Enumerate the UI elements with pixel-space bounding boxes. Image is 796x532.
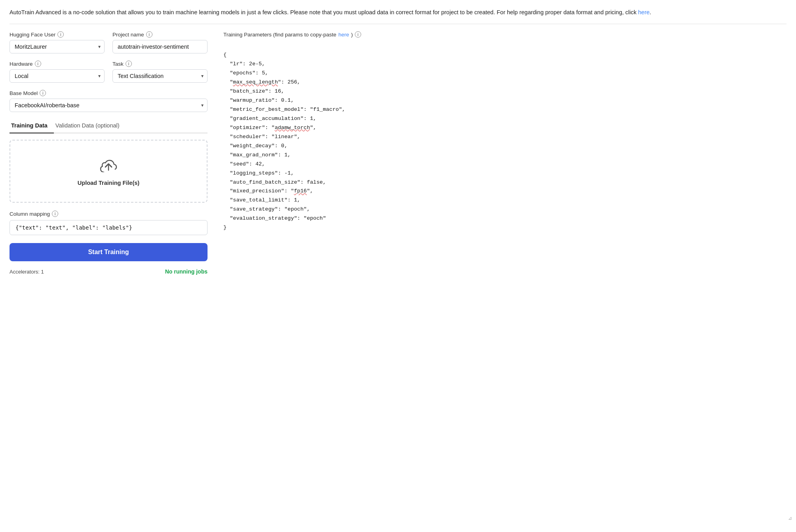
base-model-label: Base Model i [10,90,208,96]
project-name-input[interactable] [112,40,208,53]
hardware-label: Hardware i [10,61,105,67]
params-info-icon: i [355,31,361,38]
hardware-info-icon: i [35,61,41,67]
hf-user-select-wrapper: MoritzLaurer ▾ [10,40,105,53]
task-select[interactable]: Text Classification Token Classification… [112,69,208,83]
upload-icon [99,156,118,176]
upload-label: Upload Training File(s) [78,180,139,186]
hardware-select[interactable]: Local A10G A100 T4 [10,69,105,83]
task-info-icon: i [126,61,132,67]
row-hf-project: Hugging Face User i MoritzLaurer ▾ Proje… [10,31,208,53]
hf-user-field: Hugging Face User i MoritzLaurer ▾ [10,31,105,53]
hf-user-info-icon: i [57,31,64,38]
right-panel: Training Parameters (find params to copy… [223,31,786,275]
row-hardware-task: Hardware i Local A10G A100 T4 ▾ Task i [10,61,208,83]
banner: AutoTrain Advanced is a no-code solution… [10,8,786,24]
task-field: Task i Text Classification Token Classif… [112,61,208,83]
project-name-field: Project name i [112,31,208,53]
column-mapping-label: Column mapping i [10,211,208,217]
left-panel: Hugging Face User i MoritzLaurer ▾ Proje… [10,31,208,275]
hf-user-label: Hugging Face User i [10,31,105,38]
accelerators-text: Accelerators: 1 [10,269,44,275]
project-name-info-icon: i [146,31,152,38]
hf-user-select[interactable]: MoritzLaurer [10,40,105,53]
base-model-select[interactable]: FacebookAI/roberta-base bert-base-uncase… [10,99,208,112]
start-training-button[interactable]: Start Training [10,243,208,261]
base-model-select-wrapper: FacebookAI/roberta-base bert-base-uncase… [10,99,208,112]
no-running-jobs-badge: No running jobs [165,268,208,275]
task-label: Task i [112,61,208,67]
task-select-wrapper: Text Classification Token Classification… [112,69,208,83]
params-box: { "lr": 2e-5, "epochs": 5, "max_seq_leng… [223,42,786,232]
hardware-field: Hardware i Local A10G A100 T4 ▾ [10,61,105,83]
base-model-field: Base Model i FacebookAI/roberta-base ber… [10,90,208,112]
column-mapping-section: Column mapping i [10,211,208,235]
banner-link[interactable]: here [638,9,649,15]
column-mapping-input[interactable] [10,220,208,235]
column-mapping-info-icon: i [52,211,58,217]
tab-validation-data[interactable]: Validation Data (optional) [54,119,126,133]
base-model-info-icon: i [40,90,46,96]
params-label: Training Parameters (find params to copy… [223,31,786,38]
max-seq-length-key: max_seq_length [233,79,278,85]
upload-area[interactable]: Upload Training File(s) [10,140,208,203]
params-link[interactable]: here [338,32,349,38]
hardware-select-wrapper: Local A10G A100 T4 ▾ [10,69,105,83]
optimizer-value: adamw_torch [275,125,310,131]
data-tabs: Training Data Validation Data (optional) [10,119,208,133]
footer-row: Accelerators: 1 No running jobs [10,267,208,275]
project-name-label: Project name i [112,31,208,38]
mixed-precision-value: fp16 [294,188,307,194]
tab-training-data[interactable]: Training Data [10,119,54,133]
